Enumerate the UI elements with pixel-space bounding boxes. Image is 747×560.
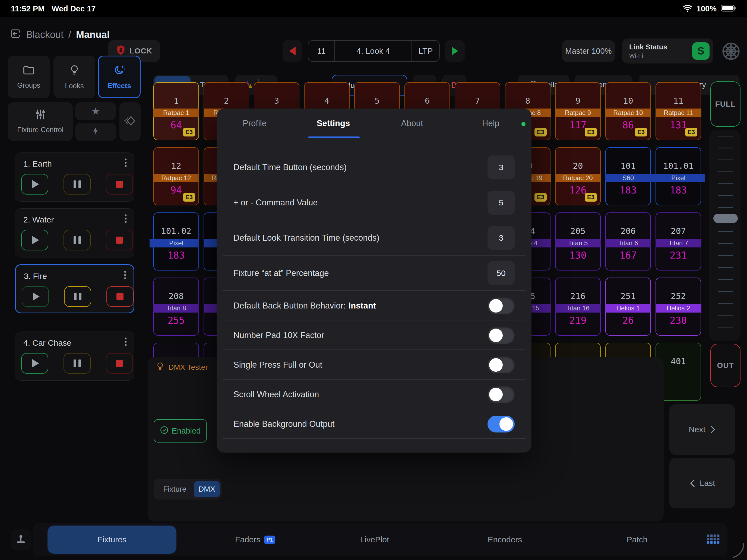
fixture-cell[interactable]: 101.02Pixel183 — [153, 212, 199, 270]
kebab-menu-icon[interactable] — [122, 337, 130, 349]
play-button[interactable] — [21, 353, 48, 374]
fixture-cell[interactable]: 11Ratpac 11131E3 — [655, 82, 701, 140]
fixture-cell[interactable]: 252Helios 2230 — [655, 277, 701, 336]
look-index[interactable]: 11 — [308, 41, 334, 61]
grid-view-icon[interactable] — [706, 532, 720, 548]
next-icon — [452, 47, 458, 55]
favorites-star-button[interactable]: ★ — [75, 102, 116, 120]
tab-about[interactable]: About — [382, 109, 442, 138]
nav-item-fixtures-active[interactable]: Fixtures — [48, 526, 176, 554]
playlist-card[interactable]: 4. Car Chase — [15, 331, 134, 381]
setting-label: Scroll Wheel Activation — [233, 390, 319, 399]
master-level-button[interactable]: Master 100% — [562, 40, 615, 62]
current-look-display[interactable]: 11 4. Look 4 LTP — [308, 40, 440, 62]
fixture-cell[interactable]: 101.01Pixel183 — [655, 147, 701, 205]
setting-value-chip[interactable]: 3 — [488, 156, 515, 179]
stop-button[interactable] — [106, 230, 133, 250]
sidebar-looks-button[interactable]: Looks — [53, 56, 95, 98]
kebab-menu-icon[interactable] — [121, 270, 129, 282]
full-button[interactable]: FULL — [710, 81, 741, 127]
breadcrumb[interactable]: Blackout / Manual — [10, 17, 110, 52]
kebab-menu-icon[interactable] — [122, 214, 130, 225]
stop-button[interactable] — [106, 353, 133, 374]
play-button[interactable] — [22, 286, 49, 307]
seg-dmx-tab[interactable]: DMX — [194, 481, 220, 497]
fixture-cell[interactable]: 216Titan 16219 — [555, 277, 601, 336]
pause-button[interactable] — [63, 353, 91, 374]
stop-icon — [117, 293, 124, 300]
settings-wheel-icon[interactable] — [721, 42, 741, 62]
cell-number: 12 — [154, 161, 199, 171]
play-button[interactable] — [21, 174, 48, 194]
stop-button[interactable] — [106, 174, 133, 194]
last-page-button[interactable]: Last — [669, 458, 735, 508]
fixture-cell[interactable]: 10Ratpac 1086E3 — [605, 82, 651, 140]
kebab-menu-icon[interactable] — [122, 158, 130, 169]
quick-action-bolt-button[interactable] — [75, 123, 116, 141]
playlist-card[interactable]: 2. Water — [15, 208, 134, 258]
tab-help[interactable]: Help — [461, 109, 521, 138]
sidebar-effects-button[interactable]: Effects — [98, 56, 140, 98]
tab-settings[interactable]: Settings — [304, 109, 363, 138]
fixture-cell[interactable]: 9Ratpac 9117E3 — [555, 82, 601, 140]
fixture-cell[interactable]: 208Titan 8255 — [153, 277, 199, 336]
play-button[interactable] — [21, 230, 48, 250]
nav-item-encoders[interactable]: Encoders — [464, 523, 546, 556]
nav-item-patch[interactable]: Patch — [596, 523, 678, 556]
dmx-tester-label: DMX Tester — [168, 363, 208, 372]
cell-name-band: Ratpac 10 — [605, 109, 651, 117]
effects-stack-button[interactable] — [120, 102, 140, 141]
seg-fixture-tab[interactable]: Fixture — [156, 481, 194, 497]
folder-icon — [23, 64, 35, 77]
fixture-cell[interactable]: 12Ratpac 1294E3 — [153, 147, 199, 205]
fixture-cell[interactable]: 251Helios 126 — [605, 277, 651, 336]
sliders-icon — [34, 109, 46, 122]
fixture-cell[interactable]: 1Ratpac 164E3 — [153, 82, 199, 140]
setting-toggle-off[interactable] — [488, 297, 515, 314]
cell-e3-badge: E3 — [585, 193, 597, 202]
cell-name-band: Titan 6 — [605, 239, 651, 247]
look-mode[interactable]: LTP — [412, 41, 439, 61]
previous-look-button[interactable] — [283, 40, 302, 62]
next-page-button[interactable]: Next — [669, 404, 735, 455]
dmx-enabled-button[interactable]: Enabled — [154, 419, 207, 443]
cell-name-band: Helios 2 — [655, 304, 701, 313]
setting-toggle-off[interactable] — [488, 356, 515, 373]
cell-number: 11 — [656, 96, 701, 106]
setting-toggle-off[interactable] — [488, 327, 515, 344]
pause-button[interactable] — [63, 174, 91, 194]
link-status-button[interactable]: Link Status Wi-Fi S — [622, 38, 713, 63]
sidebar-groups-button[interactable]: Groups — [8, 56, 50, 98]
setting-toggle-on[interactable] — [488, 416, 515, 432]
stop-button[interactable] — [106, 286, 133, 307]
nav-item-faders[interactable]: FadersP1 — [214, 523, 296, 556]
tab-profile[interactable]: Profile — [225, 109, 284, 138]
toggle-knob — [489, 299, 503, 313]
fixture-dmx-segmented: Fixture DMX — [154, 479, 222, 500]
out-button[interactable]: OUT — [710, 344, 741, 387]
pause-button[interactable] — [64, 286, 91, 307]
setting-toggle-off[interactable] — [488, 386, 515, 403]
pause-icon — [74, 359, 81, 367]
intensity-slider-handle[interactable] — [713, 214, 738, 223]
nav-item-liveplot[interactable]: LivePlot — [334, 523, 415, 556]
fixture-cell[interactable]: 207Titan 7231 — [655, 212, 701, 270]
setting-value-chip[interactable]: 5 — [488, 191, 515, 215]
joystick-button[interactable] — [11, 529, 31, 550]
exit-app-icon[interactable] — [10, 28, 21, 42]
stop-icon — [116, 237, 123, 244]
playlist-card[interactable]: 1. Earth — [15, 153, 134, 202]
star-icon: ★ — [91, 106, 100, 116]
next-look-button[interactable] — [445, 40, 465, 62]
playlist-card[interactable]: 3. Fire — [15, 264, 134, 313]
fixture-cell[interactable]: 205Titan 5130 — [555, 212, 601, 270]
look-name[interactable]: 4. Look 4 — [335, 41, 412, 61]
fixture-cell[interactable]: 206Titan 6167 — [605, 212, 651, 270]
fixture-cell[interactable]: 101S60183 — [605, 147, 651, 205]
pause-button[interactable] — [63, 230, 91, 250]
fixture-control-button[interactable]: Fixture Control — [8, 102, 73, 141]
setting-value-chip[interactable]: 50 — [488, 261, 515, 285]
setting-value-chip[interactable]: 3 — [488, 226, 515, 250]
cell-value: 183 — [606, 185, 650, 196]
fixture-cell[interactable]: 20Ratpac 20126E3 — [555, 147, 601, 205]
